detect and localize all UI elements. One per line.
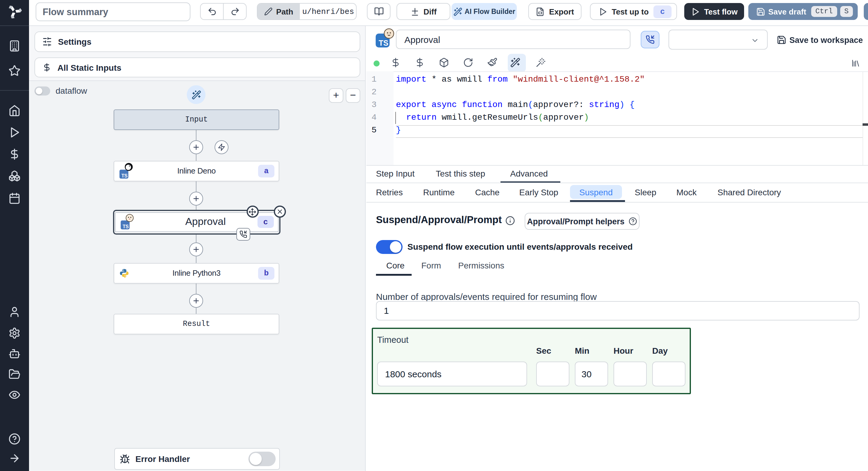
svg-text:TS: TS [379,39,389,47]
svg-text:TS: TS [122,173,128,178]
svg-text:TS: TS [122,224,129,229]
